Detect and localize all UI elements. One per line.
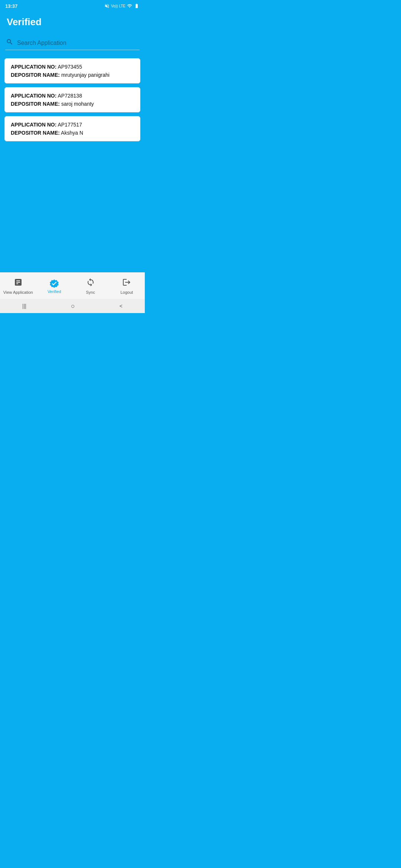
app-no-1: APPLICATION NO: AP973455 xyxy=(11,64,134,70)
network-text: Vo)) LTE xyxy=(111,4,125,8)
page-header: Verified xyxy=(0,11,145,34)
depositor-3: DEPOSITOR NAME: Akshya N xyxy=(11,130,134,136)
view-application-label: View Application xyxy=(3,290,33,295)
search-container xyxy=(0,34,145,55)
sync-label: Sync xyxy=(86,290,95,295)
signal-icon xyxy=(127,3,132,9)
view-application-icon xyxy=(14,278,23,289)
app-card-2[interactable]: APPLICATION NO: AP728138 DEPOSITOR NAME:… xyxy=(4,87,140,112)
mute-icon xyxy=(104,3,110,9)
application-list: APPLICATION NO: AP973455 DEPOSITOR NAME:… xyxy=(0,55,145,208)
battery-icon xyxy=(134,3,140,9)
sync-icon xyxy=(86,278,95,289)
search-bar[interactable] xyxy=(5,36,140,50)
verified-icon xyxy=(49,279,59,288)
nav-view-application[interactable]: View Application xyxy=(0,278,36,295)
android-nav-bar: ||| ○ < xyxy=(0,299,145,313)
app-no-2: APPLICATION NO: AP728138 xyxy=(11,93,134,99)
search-input[interactable] xyxy=(17,40,139,46)
bottom-nav: View Application Verified Sync Logout xyxy=(0,272,145,299)
nav-verified[interactable]: Verified xyxy=(36,279,73,294)
app-card-1[interactable]: APPLICATION NO: AP973455 DEPOSITOR NAME:… xyxy=(4,58,140,83)
app-no-3: APPLICATION NO: AP177517 xyxy=(11,122,134,128)
status-bar: 13:37 Vo)) LTE xyxy=(0,0,145,11)
logout-icon xyxy=(122,278,131,289)
app-card-3[interactable]: APPLICATION NO: AP177517 DEPOSITOR NAME:… xyxy=(4,116,140,141)
search-icon xyxy=(6,38,13,47)
logout-label: Logout xyxy=(120,290,133,295)
verified-label: Verified xyxy=(48,289,61,294)
status-time: 13:37 xyxy=(5,3,17,9)
page-title: Verified xyxy=(7,16,138,28)
depositor-1: DEPOSITOR NAME: mrutyunjay panigrahi xyxy=(11,72,134,78)
android-menu-btn[interactable]: ||| xyxy=(22,303,26,309)
nav-sync[interactable]: Sync xyxy=(72,278,109,295)
depositor-2: DEPOSITOR NAME: saroj mohanty xyxy=(11,101,134,107)
android-home-btn[interactable]: ○ xyxy=(71,302,75,310)
status-right-icons: Vo)) LTE xyxy=(104,3,140,9)
nav-logout[interactable]: Logout xyxy=(109,278,145,295)
android-back-btn[interactable]: < xyxy=(120,303,123,309)
